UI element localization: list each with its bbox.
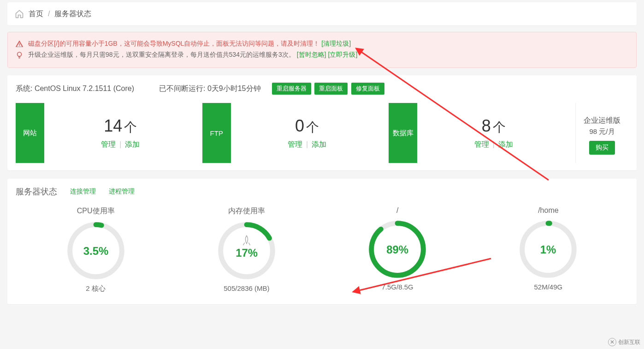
- breadcrumb-home[interactable]: 首页: [29, 9, 43, 19]
- alert-disk-text: 磁盘分区[/]的可用容量小于1GB，这可能会导致MySQL自动停止，面板无法访问…: [28, 40, 319, 48]
- gauge-cpu: CPU使用率 3.5% 2 核心: [20, 206, 171, 293]
- ignore-link[interactable]: [暂时忽略]: [297, 51, 326, 59]
- status-title: 服务器状态: [16, 186, 57, 197]
- system-panel: 系统: CentOS Linux 7.2.1511 (Core) 已不间断运行:…: [7, 75, 637, 170]
- ent-buy-button[interactable]: 购买: [589, 141, 615, 155]
- card-db-side: 数据库: [389, 103, 417, 163]
- restart-panel-button[interactable]: 重启面板: [314, 83, 348, 95]
- breadcrumb-sep: /: [48, 10, 50, 18]
- gauge-root: / 89% 7.5G/8.5G: [322, 206, 473, 293]
- watermark: ✕ 创新互联: [608, 338, 640, 346]
- clean-link[interactable]: [清理垃圾]: [321, 40, 351, 48]
- card-ftp-count: 0: [295, 116, 304, 135]
- card-db-unit: 个: [493, 120, 506, 134]
- alert-promo-text: 升级企业运维版，每月只需98元，送双重安全隔离登录，每月送价值共534元的运维服…: [28, 51, 295, 59]
- repair-panel-button[interactable]: 修复面板: [351, 83, 384, 95]
- gauges-row: CPU使用率 3.5% 2 核心 内存使用率 17% 505/2836 (MB): [16, 206, 628, 293]
- card-db-add[interactable]: 添加: [498, 140, 513, 148]
- gauge-root-label: /: [396, 206, 398, 215]
- card-db-count: 8: [482, 116, 491, 135]
- gauge-mem-pct: 17%: [236, 247, 258, 259]
- ent-price: 98 元/月: [590, 127, 615, 136]
- gauge-root-sub: 7.5G/8.5G: [382, 283, 414, 291]
- alert-disk-row: 磁盘分区[/]的可用容量小于1GB，这可能会导致MySQL自动停止，面板无法访问…: [15, 40, 629, 48]
- upgrade-link[interactable]: [立即升级]: [328, 51, 358, 59]
- breadcrumb-current: 服务器状态: [54, 9, 91, 19]
- warning-icon: [15, 40, 24, 48]
- gauge-mem-label: 内存使用率: [228, 206, 265, 216]
- gauge-cpu-label: CPU使用率: [77, 206, 115, 216]
- uptime-text: 已不间断运行: 0天9小时15分钟: [159, 84, 260, 94]
- gauge-root-pct: 89%: [386, 243, 408, 256]
- gauge-home-pct: 1%: [540, 243, 556, 256]
- gauge-home-sub: 52M/49G: [534, 283, 563, 291]
- card-db: 数据库 8个 管理|添加: [389, 103, 570, 163]
- status-panel: 服务器状态 连接管理 进程管理 CPU使用率 3.5% 2 核心 内存使用率: [7, 179, 637, 304]
- card-ftp-manage[interactable]: 管理: [288, 140, 302, 148]
- card-site-side: 网站: [16, 103, 44, 163]
- gauge-cpu-sub: 2 核心: [86, 284, 106, 293]
- card-site-unit: 个: [124, 120, 137, 134]
- alert-box: 磁盘分区[/]的可用容量小于1GB，这可能会导致MySQL自动停止，面板无法访问…: [7, 32, 637, 68]
- gauge-mem-sub: 505/2836 (MB): [224, 284, 269, 292]
- breadcrumb: 首页 / 服务器状态: [7, 2, 637, 25]
- link-proc[interactable]: 进程管理: [109, 187, 135, 196]
- card-db-manage[interactable]: 管理: [474, 140, 489, 148]
- watermark-text: 创新互联: [618, 338, 640, 346]
- card-site-count: 14: [104, 116, 122, 135]
- card-site-add[interactable]: 添加: [125, 140, 140, 148]
- card-ftp: FTP 0个 管理|添加: [202, 103, 384, 163]
- status-head: 服务器状态 连接管理 进程管理: [16, 186, 628, 197]
- restart-server-button[interactable]: 重启服务器: [272, 83, 311, 95]
- ent-title: 企业运维版: [584, 116, 620, 126]
- card-site: 网站 14个 管理|添加: [16, 103, 197, 163]
- card-site-manage[interactable]: 管理: [101, 140, 116, 148]
- stat-cards: 网站 14个 管理|添加 FTP 0个 管理|添加 数据库 8个 管理|添加: [16, 103, 628, 163]
- watermark-icon: ✕: [608, 338, 616, 346]
- card-ftp-add[interactable]: 添加: [312, 140, 326, 148]
- gauge-home: /home 1% 52M/49G: [473, 206, 624, 293]
- os-text: 系统: CentOS Linux 7.2.1511 (Core): [16, 84, 134, 94]
- link-conn[interactable]: 连接管理: [70, 187, 96, 196]
- card-enterprise: 企业运维版 98 元/月 购买: [575, 103, 628, 163]
- card-ftp-side: FTP: [202, 103, 231, 163]
- home-icon: [15, 9, 24, 18]
- gauge-home-label: /home: [538, 206, 558, 215]
- svg-point-0: [18, 52, 22, 56]
- bulb-icon: [15, 51, 24, 59]
- system-info-line: 系统: CentOS Linux 7.2.1511 (Core) 已不间断运行:…: [16, 83, 628, 95]
- alert-promo-row: 升级企业运维版，每月只需98元，送双重安全隔离登录，每月送价值共534元的运维服…: [15, 51, 629, 59]
- gauge-cpu-pct: 3.5%: [83, 245, 108, 257]
- gauge-mem: 内存使用率 17% 505/2836 (MB): [171, 206, 322, 293]
- card-ftp-unit: 个: [306, 120, 319, 134]
